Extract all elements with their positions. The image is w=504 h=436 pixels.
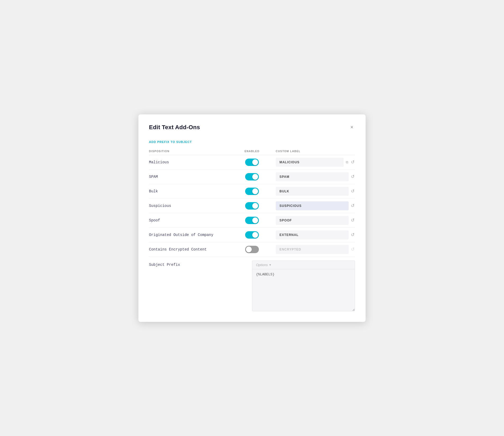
toggle-malicious[interactable] [245, 159, 259, 166]
reset-button-spam[interactable]: ↺ [350, 174, 355, 179]
table-row: Suspicious↺ [149, 199, 355, 213]
toggle-cell-spoof [228, 217, 276, 224]
close-button[interactable]: × [349, 124, 355, 130]
col-header-enabled: ENABLED [228, 150, 276, 153]
label-cell-encrypted: ↺ [276, 245, 355, 254]
label-input-malicious[interactable] [276, 158, 344, 167]
label-cell-malicious: ⧉↺ [276, 158, 355, 167]
label-input-encrypted[interactable] [276, 245, 349, 254]
toggle-cell-encrypted [228, 246, 276, 253]
toggle-suspicious[interactable] [245, 202, 259, 210]
label-input-bulk[interactable] [276, 187, 349, 196]
subject-prefix-row: Subject Prefix Options ▼ [149, 257, 355, 311]
toggle-encrypted[interactable] [245, 246, 259, 253]
section-label: ADD PREFIX TO SUBJECT [149, 140, 355, 143]
disposition-name-encrypted: Contains Encrypted Content [149, 247, 228, 252]
table-header: DISPOSITION ENABLED CUSTOM LABEL [149, 150, 355, 155]
modal-header: Edit Text Add-Ons × [149, 124, 355, 131]
reset-button-bulk[interactable]: ↺ [350, 188, 355, 194]
label-input-spam[interactable] [276, 172, 349, 181]
options-bar[interactable]: Options ▼ [252, 261, 355, 269]
toggle-cell-external [228, 231, 276, 239]
toggle-bulk[interactable] [245, 188, 259, 195]
label-cell-bulk: ↺ [276, 187, 355, 196]
reset-button-encrypted[interactable]: ↺ [350, 247, 355, 252]
table-row: Spoof↺ [149, 213, 355, 228]
disposition-name-spam: SPAM [149, 175, 228, 179]
col-header-custom-label: CUSTOM LABEL [276, 150, 355, 153]
subject-prefix-right: Options ▼ [252, 261, 355, 311]
toggle-cell-spam [228, 173, 276, 180]
rows-container: Malicious⧉↺SPAM↺Bulk↺Suspicious↺Spoof↺Or… [149, 155, 355, 257]
copy-icon-malicious[interactable]: ⧉ [345, 160, 349, 164]
modal: Edit Text Add-Ons × ADD PREFIX TO SUBJEC… [138, 114, 366, 322]
toggle-cell-bulk [228, 188, 276, 195]
toggle-spoof[interactable] [245, 217, 259, 224]
toggle-spam[interactable] [245, 173, 259, 180]
options-label: Options [256, 263, 268, 267]
label-input-external[interactable] [276, 230, 349, 239]
reset-button-external[interactable]: ↺ [350, 232, 355, 238]
label-cell-spoof: ↺ [276, 216, 355, 225]
table-row: Originated Outside of Company↺ [149, 228, 355, 242]
label-input-spoof[interactable] [276, 216, 349, 225]
table-row: Bulk↺ [149, 184, 355, 199]
table-row: SPAM↺ [149, 170, 355, 184]
toggle-cell-malicious [228, 159, 276, 166]
table-row: Contains Encrypted Content↺ [149, 242, 355, 257]
reset-button-malicious[interactable]: ↺ [350, 159, 355, 165]
disposition-name-bulk: Bulk [149, 189, 228, 193]
disposition-name-external: Originated Outside of Company [149, 233, 228, 237]
disposition-name-malicious: Malicious [149, 160, 228, 164]
options-arrow-icon: ▼ [269, 263, 272, 266]
label-cell-external: ↺ [276, 230, 355, 239]
toggle-external[interactable] [245, 231, 259, 239]
toggle-cell-suspicious [228, 202, 276, 210]
subject-prefix-textarea[interactable] [252, 269, 355, 311]
disposition-name-spoof: Spoof [149, 218, 228, 222]
reset-button-spoof[interactable]: ↺ [350, 217, 355, 223]
label-input-suspicious[interactable] [276, 201, 349, 210]
disposition-name-suspicious: Suspicious [149, 204, 228, 208]
col-header-disposition: DISPOSITION [149, 150, 228, 153]
label-cell-suspicious: ↺ [276, 201, 355, 210]
modal-title: Edit Text Add-Ons [149, 124, 200, 131]
table-row: Malicious⧉↺ [149, 155, 355, 170]
label-cell-spam: ↺ [276, 172, 355, 181]
subject-prefix-label: Subject Prefix [149, 261, 252, 267]
reset-button-suspicious[interactable]: ↺ [350, 203, 355, 208]
